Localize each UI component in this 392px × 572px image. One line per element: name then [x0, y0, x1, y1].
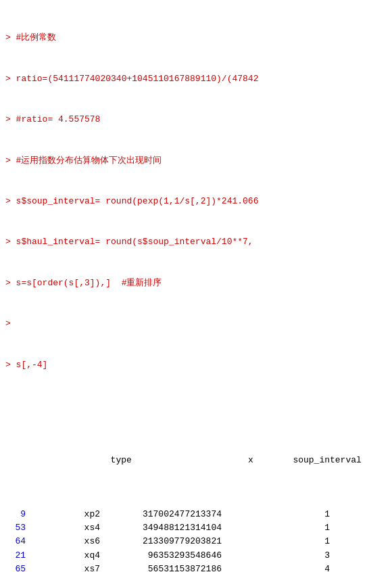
cell-x: 56531153872186	[100, 563, 222, 572]
table-row: 65xs7565311538721864	[5, 563, 387, 572]
table-header-row: typexsoup_interval	[5, 440, 387, 481]
table-row: 9xp23170024772133741	[5, 508, 387, 521]
line-9: > s[,-4]	[5, 358, 387, 372]
table-row: 21xq4963532935486463	[5, 549, 387, 563]
cell-soup: 1	[222, 535, 330, 548]
cell-type: xs6	[26, 535, 100, 548]
cell-rownum: 53	[5, 521, 26, 535]
cell-type: xq4	[26, 549, 100, 563]
table: typexsoup_interval 9xp231700247721337415…	[5, 412, 387, 572]
table-row: 53xs43494881213141041	[5, 521, 387, 535]
header-x: x	[132, 454, 253, 467]
header-rownum	[37, 454, 57, 467]
cell-type: xp2	[26, 508, 100, 521]
line-8: >	[5, 317, 387, 331]
cell-soup: 4	[222, 563, 330, 572]
cell-rownum: 21	[5, 549, 26, 563]
cell-rownum: 64	[5, 535, 26, 548]
cell-x: 317002477213374	[100, 508, 222, 521]
line-3: > #ratio= 4.557578	[5, 113, 387, 126]
cell-x: 349488121314104	[100, 521, 222, 535]
header-soup: soup_interval	[253, 454, 362, 467]
line-1: > #比例常数	[5, 31, 387, 45]
cell-soup: 3	[222, 549, 330, 563]
cell-rownum: 9	[5, 508, 26, 521]
line-5: > s$soup_interval= round(pexp(1,1/s[,2])…	[5, 195, 387, 208]
cell-soup: 1	[222, 521, 330, 535]
line-6: > s$haul_interval= round(s$soup_interval…	[5, 235, 387, 249]
header-type: type	[57, 454, 132, 467]
cell-soup: 1	[222, 508, 330, 521]
cell-type: xs7	[26, 563, 100, 572]
table-row: 64xs62133097792038211	[5, 535, 387, 548]
cell-type: xs4	[26, 521, 100, 535]
console-output: > #比例常数 > ratio=(54111774020340+10451101…	[0, 0, 392, 572]
cell-x: 96353293548646	[100, 549, 222, 563]
cell-x: 213309779203821	[100, 535, 222, 548]
line-7: > s=s[order(s[,3]),] #重新排序	[5, 277, 387, 290]
line-4: > #运用指数分布估算物体下次出现时间	[5, 154, 387, 168]
cell-rownum: 65	[5, 563, 26, 572]
line-2: > ratio=(54111774020340+1045110167889110…	[5, 72, 387, 86]
